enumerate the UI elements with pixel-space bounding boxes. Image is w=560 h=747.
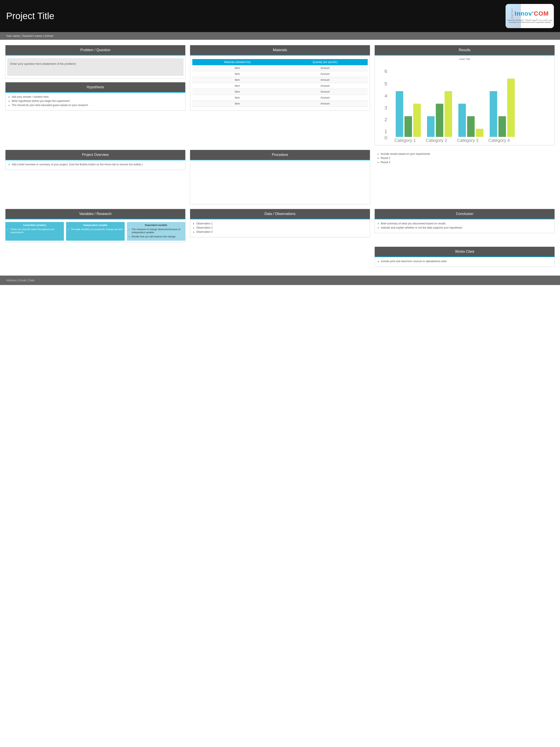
table-cell: Item bbox=[192, 101, 282, 107]
variables-section: Variables / Research Controlled variable… bbox=[5, 209, 186, 242]
conclusion-bullet-2: Indicate and explain whether or not the … bbox=[381, 226, 552, 229]
hypothesis-bullet-2: Write hypothesis before you begin the ex… bbox=[11, 100, 182, 103]
bar-c4-s3 bbox=[507, 79, 515, 137]
footer-text: Address | Email | Date bbox=[6, 279, 34, 282]
obs-bullet-2: Observation 2 bbox=[196, 226, 367, 229]
logo-sup-text: Sup'Com bbox=[511, 9, 513, 19]
table-cell: Amount bbox=[282, 89, 368, 95]
table-row: ItemAmount bbox=[192, 95, 368, 101]
data-obs-section: Data / Observations Observation 1 Observ… bbox=[190, 209, 370, 237]
bar-c1-s2 bbox=[405, 116, 412, 137]
works-cited-section: Works Cited Include print and electronic… bbox=[374, 247, 555, 267]
bar-c3-s1 bbox=[458, 104, 466, 137]
controlled-card: Controlled variables These are kept the … bbox=[5, 222, 64, 241]
materials-col2-header: Quantity (be specific) bbox=[282, 59, 368, 65]
result-bullet-3: Result 3 bbox=[381, 161, 552, 164]
chart-area: Chart Title 6 5 4 3 2 1 0 bbox=[375, 56, 555, 145]
bar-c4-s2 bbox=[499, 116, 506, 137]
header: Project Title Sup'Com Innov'COM مخبر الت… bbox=[0, 0, 560, 32]
conclusion-col: Conclusion Brief summary of what you dis… bbox=[374, 209, 555, 237]
project-title: Project Title bbox=[6, 11, 54, 21]
results-header: Results bbox=[375, 45, 555, 56]
table-row: ItemAmount bbox=[192, 71, 368, 77]
obs-bullet-3: Observation 3 bbox=[196, 230, 367, 233]
hypothesis-bullet-1: Add your answer / solution here bbox=[11, 95, 182, 98]
svg-text:0: 0 bbox=[384, 135, 387, 140]
svg-text:6: 6 bbox=[384, 68, 387, 74]
procedure-section: Procedure bbox=[190, 150, 370, 204]
hypothesis-bullet-3: This should be your best educated guess … bbox=[11, 104, 182, 107]
col-mid-top: Materials Materials (detailed list) Quan… bbox=[190, 45, 370, 145]
main-content: Problem / Question Enter your question h… bbox=[0, 40, 560, 269]
subheader: Your name | Teacher's name | School bbox=[0, 32, 560, 40]
row4-grid: Works Cited Include print and electronic… bbox=[5, 247, 555, 267]
table-cell: Amount bbox=[282, 101, 368, 107]
bar-c2-s1 bbox=[427, 116, 434, 137]
table-cell: Item bbox=[192, 71, 282, 77]
table-cell: Amount bbox=[282, 71, 368, 77]
dependent-card: Dependent variable The measure of change… bbox=[127, 222, 185, 241]
logo-bg bbox=[506, 4, 521, 28]
svg-text:4: 4 bbox=[384, 93, 387, 99]
bar-c1-s1 bbox=[396, 91, 403, 137]
row4-mid-empty bbox=[190, 247, 370, 267]
bar-c3-s2 bbox=[467, 116, 475, 137]
result-bullet-2: Result 2 bbox=[381, 157, 552, 160]
overview-bullet-1: Add a brief overview or summary of your … bbox=[11, 163, 182, 166]
conclusion-bullets: Brief summary of what you discovered bas… bbox=[375, 220, 555, 233]
controlled-bullet-1: These are kept the same throughout your … bbox=[10, 228, 62, 234]
works-cited-col: Works Cited Include print and electronic… bbox=[374, 247, 555, 267]
col-right-top: Results Chart Title 6 5 4 3 2 1 0 bbox=[374, 45, 555, 145]
conclusion-header: Conclusion bbox=[375, 209, 555, 220]
results-chart: 6 5 4 3 2 1 0 bbox=[377, 62, 552, 143]
hypothesis-bullets: Add your answer / solution here Write hy… bbox=[5, 93, 185, 110]
materials-table: Materials (detailed list) Quantity (be s… bbox=[192, 59, 368, 107]
independent-card: Independent variable The one variable yo… bbox=[66, 222, 125, 241]
project-overview-section: Project Overview Add a brief overview or… bbox=[5, 150, 186, 170]
table-row: ItemAmount bbox=[192, 83, 368, 89]
table-cell: Amount bbox=[282, 83, 368, 89]
bar-c1-s3 bbox=[414, 104, 421, 137]
table-cell: Item bbox=[192, 77, 282, 83]
row3-grid: Variables / Research Controlled variable… bbox=[5, 209, 555, 242]
results-section: Results Chart Title 6 5 4 3 2 1 0 bbox=[374, 45, 555, 145]
procedure-header: Procedure bbox=[190, 150, 370, 160]
bar-c2-s3 bbox=[445, 91, 452, 137]
svg-text:Category 3: Category 3 bbox=[457, 138, 479, 143]
chart-title: Chart Title bbox=[377, 58, 552, 60]
hypothesis-header: Hypothesis bbox=[5, 82, 185, 93]
bar-c2-s2 bbox=[436, 104, 443, 137]
table-row: ItemAmount bbox=[192, 101, 368, 107]
table-row: ItemAmount bbox=[192, 65, 368, 71]
table-row: ItemAmount bbox=[192, 77, 368, 83]
hypothesis-section: Hypothesis Add your answer / solution he… bbox=[5, 82, 186, 111]
controlled-card-header: Controlled variables bbox=[7, 224, 62, 226]
problem-header: Problem / Question bbox=[5, 45, 185, 56]
works-cited-header: Works Cited bbox=[375, 247, 555, 257]
data-obs-col: Data / Observations Observation 1 Observ… bbox=[190, 209, 370, 237]
chart-svg-wrap: 6 5 4 3 2 1 0 bbox=[377, 62, 552, 144]
dependent-bullet-2: Decide how you will measure the change bbox=[132, 235, 184, 238]
subheader-text: Your name | Teacher's name | School bbox=[6, 34, 53, 37]
materials-section: Materials Materials (detailed list) Quan… bbox=[190, 45, 370, 110]
table-cell: Item bbox=[192, 83, 282, 89]
procedure-content bbox=[190, 160, 370, 204]
results-bullets: Include results based on your experiment… bbox=[374, 150, 555, 168]
svg-text:3: 3 bbox=[384, 105, 387, 110]
table-cell: Amount bbox=[282, 65, 368, 71]
variables-col: Variables / Research Controlled variable… bbox=[5, 209, 186, 242]
svg-text:1: 1 bbox=[384, 128, 387, 134]
data-obs-header: Data / Observations bbox=[190, 209, 370, 220]
table-cell: Item bbox=[192, 89, 282, 95]
result-bullet-1: Include results based on your experiment… bbox=[381, 152, 552, 155]
row1-grid: Problem / Question Enter your question h… bbox=[5, 45, 555, 145]
variables-header: Variables / Research bbox=[5, 209, 185, 220]
data-obs-bullets: Observation 1 Observation 2 Observation … bbox=[190, 220, 370, 237]
works-cited-bullet-1: Include print and electronic sources in … bbox=[381, 260, 552, 263]
works-cited-bullets: Include print and electronic sources in … bbox=[375, 257, 555, 266]
row2-grid: Project Overview Add a brief overview or… bbox=[5, 150, 555, 204]
table-cell: Amount bbox=[282, 77, 368, 83]
dependent-card-header: Dependent variable bbox=[129, 224, 184, 226]
problem-section: Problem / Question Enter your question h… bbox=[5, 45, 186, 79]
var-cards: Controlled variables These are kept the … bbox=[5, 220, 185, 242]
